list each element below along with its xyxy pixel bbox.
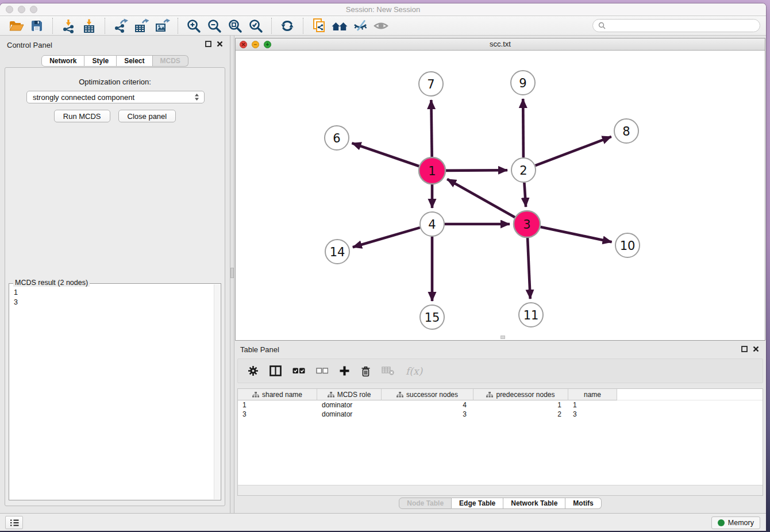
graph-edge-3-10[interactable] xyxy=(540,227,611,242)
table-panel-title: Table Panel xyxy=(240,345,279,354)
table-cell[interactable]: 4 xyxy=(382,400,473,410)
open-folder-icon[interactable] xyxy=(7,17,25,34)
tab-network[interactable]: Network xyxy=(41,55,84,67)
zoom-selected-icon[interactable] xyxy=(247,17,265,34)
zoom-fit-icon[interactable] xyxy=(226,17,244,34)
graph-edge-3-1[interactable] xyxy=(447,179,515,217)
table-cell[interactable]: dominator xyxy=(317,400,382,410)
criterion-dropdown[interactable]: strongly connected component xyxy=(26,91,205,103)
table-cell[interactable]: 2 xyxy=(473,410,568,419)
float-panel-icon[interactable] xyxy=(205,41,211,47)
tab-mcds[interactable]: MCDS xyxy=(153,55,188,67)
mcds-result-list[interactable]: 13 xyxy=(10,284,213,499)
tab-network-table[interactable]: Network Table xyxy=(503,498,565,509)
hierarchy-icon xyxy=(252,392,259,398)
tab-select[interactable]: Select xyxy=(117,55,152,67)
node-table: shared nameMCDS rolesuccessor nodesprede… xyxy=(237,388,763,496)
table-row[interactable]: 1dominator411 xyxy=(238,400,763,410)
neighbor-houses-icon[interactable] xyxy=(330,17,349,34)
network-title: scc.txt xyxy=(236,38,765,50)
minimize-window-button[interactable] xyxy=(18,6,25,13)
control-panel-title: Control Panel xyxy=(7,41,52,49)
hierarchy-icon xyxy=(396,392,403,398)
search-input[interactable] xyxy=(609,22,754,30)
network-minimize-button[interactable]: − xyxy=(252,41,259,48)
network-close-button[interactable]: ✕ xyxy=(240,41,247,48)
import-table-icon[interactable] xyxy=(80,17,98,34)
main-toolbar xyxy=(0,16,766,36)
tab-edge-table[interactable]: Edge Table xyxy=(452,498,503,509)
split-columns-icon[interactable] xyxy=(270,365,282,376)
table-cell[interactable]: dominator xyxy=(317,410,382,419)
graph-edge-3-11[interactable] xyxy=(528,238,530,299)
close-window-button[interactable] xyxy=(6,6,13,13)
save-icon[interactable] xyxy=(28,17,46,34)
mcds-result-group: MCDS result (2 nodes) 13 xyxy=(9,283,221,500)
table-cell[interactable]: 3 xyxy=(568,410,617,419)
show-eye-icon[interactable] xyxy=(372,17,390,34)
export-image-icon[interactable] xyxy=(153,17,171,34)
import-network-icon[interactable] xyxy=(59,17,78,34)
divider-grip[interactable] xyxy=(230,268,234,278)
trash-icon[interactable] xyxy=(361,365,371,377)
graph-edge-2-9[interactable] xyxy=(523,99,523,157)
panel-divider[interactable] xyxy=(230,36,234,513)
gear-icon[interactable] xyxy=(248,365,259,376)
close-panel-icon[interactable] xyxy=(753,346,759,352)
table-cell[interactable]: 1 xyxy=(568,400,617,410)
hide-eye-icon[interactable] xyxy=(351,17,369,34)
mcds-result-scrollbar[interactable] xyxy=(214,284,220,499)
zoom-window-button[interactable] xyxy=(30,6,37,13)
memory-status-dot xyxy=(718,519,725,526)
graph-edge-1-7[interactable] xyxy=(431,100,432,157)
control-panel: Control Panel NetworkStyleSelectMCDS Opt… xyxy=(0,36,230,513)
table-row[interactable]: 3dominator323 xyxy=(238,410,763,419)
task-history-button[interactable] xyxy=(5,516,23,529)
zoom-out-icon[interactable] xyxy=(205,17,224,34)
graph-node-label: 2 xyxy=(519,164,527,178)
add-column-icon[interactable] xyxy=(339,365,350,376)
column-header-predecessor-nodes[interactable]: predecessor nodes xyxy=(473,389,568,400)
search-box[interactable] xyxy=(592,19,760,32)
export-table-icon[interactable] xyxy=(132,17,151,34)
network-canvas[interactable]: 1234678910111415 xyxy=(236,51,765,340)
float-panel-icon[interactable] xyxy=(741,346,748,352)
select-all-checks-icon[interactable] xyxy=(292,367,305,375)
graph-edge-2-8[interactable] xyxy=(536,137,611,165)
column-header-name[interactable]: name xyxy=(568,389,617,400)
column-header-successor-nodes[interactable]: successor nodes xyxy=(382,389,473,400)
memory-button[interactable]: Memory xyxy=(711,516,760,529)
copy-network-icon[interactable] xyxy=(310,17,328,34)
graph-node-label: 6 xyxy=(333,132,340,145)
control-panel-tabs: NetworkStyleSelectMCDS xyxy=(0,55,230,67)
tab-style[interactable]: Style xyxy=(84,55,117,67)
table-cell[interactable]: 3 xyxy=(382,410,473,419)
close-panel-button[interactable]: Close panel xyxy=(118,110,176,122)
network-window: ✕ − + scc.txt 1234678910111415 xyxy=(235,38,765,341)
network-zoom-button[interactable]: + xyxy=(264,41,271,48)
clear-checks-icon[interactable] xyxy=(316,367,328,375)
delete-table-icon[interactable] xyxy=(382,366,395,376)
mcds-panel: Optimization criterion: strongly connect… xyxy=(5,67,225,506)
graph-edge-2-3[interactable] xyxy=(524,183,526,207)
table-cell[interactable]: 1 xyxy=(238,400,317,410)
dropdown-stepper-icon xyxy=(194,93,199,101)
canvas-resize-grip[interactable] xyxy=(500,336,505,339)
zoom-in-icon[interactable] xyxy=(184,17,203,34)
table-cell[interactable]: 3 xyxy=(238,410,317,419)
tab-motifs[interactable]: Motifs xyxy=(565,498,601,509)
graph-edge-1-2[interactable] xyxy=(446,170,507,171)
function-builder-icon[interactable]: f(x) xyxy=(406,365,422,377)
refresh-icon[interactable] xyxy=(278,17,297,34)
close-panel-icon[interactable] xyxy=(217,41,223,47)
column-header-shared-name[interactable]: shared name xyxy=(238,389,317,400)
graph-node-label: 8 xyxy=(622,125,630,138)
table-hscrollbar[interactable] xyxy=(238,485,763,495)
graph-edge-4-14[interactable] xyxy=(353,228,420,247)
run-mcds-button[interactable]: Run MCDS xyxy=(54,110,110,122)
export-network-icon[interactable] xyxy=(111,17,130,34)
tab-node-table[interactable]: Node Table xyxy=(399,498,452,509)
table-cell[interactable]: 1 xyxy=(473,400,568,410)
column-header-MCDS-role[interactable]: MCDS role xyxy=(317,389,382,400)
graph-edge-1-6[interactable] xyxy=(352,143,419,166)
